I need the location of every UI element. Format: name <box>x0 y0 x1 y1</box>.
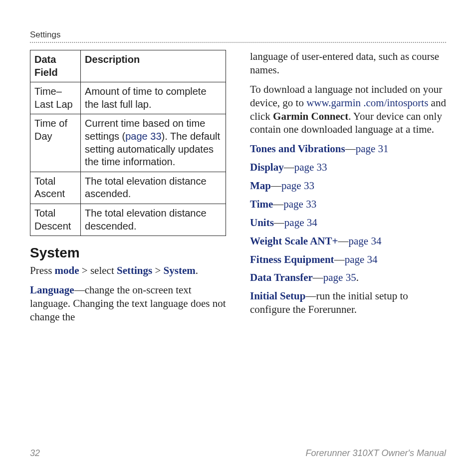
language-label: Language <box>30 284 74 296</box>
initial-setup-paragraph: Initial Setup—run the initial setup to c… <box>250 289 446 316</box>
table-cell-field: Time of Day <box>30 114 81 172</box>
page-footer: 32 Forerunner 310XT Owner's Manual <box>30 448 446 459</box>
table-cell-field: Time–Last Lap <box>30 82 81 114</box>
page-link[interactable]: page 35 <box>323 271 356 283</box>
manual-title: Forerunner 310XT Owner's Manual <box>305 448 446 459</box>
toc-fitness: Fitness Equipment—page 34 <box>250 253 446 266</box>
table-row: Time of Day Current time based on time s… <box>30 114 226 172</box>
table-row: Time–Last Lap Amount of time to complete… <box>30 82 226 114</box>
page-link[interactable]: page 33 <box>283 198 316 210</box>
toc-map: Map—page 33 <box>250 179 446 193</box>
download-paragraph: To download a language not included on y… <box>250 83 446 137</box>
page-link[interactable]: page 31 <box>356 143 389 155</box>
page-link[interactable]: page 33 <box>294 161 327 173</box>
table-header-desc: Description <box>81 50 226 82</box>
toc-units: Units—page 34 <box>250 216 446 230</box>
table-cell-desc: The total elevation distance descended. <box>81 204 226 236</box>
header-rule <box>30 42 446 43</box>
table-cell-field: Total Descent <box>30 204 81 236</box>
page-link[interactable]: page 34 <box>284 217 317 229</box>
page-link[interactable]: page 33 <box>281 180 314 192</box>
toc-weight: Weight Scale ANT+—page 34 <box>250 235 446 248</box>
system-breadcrumb: Press mode > select Settings > System. <box>30 264 226 277</box>
table-cell-desc: Current time based on time settings (pag… <box>81 114 226 172</box>
page-link[interactable]: page 34 <box>348 235 381 247</box>
system-label: System <box>164 264 196 276</box>
initial-setup-label: Initial Setup <box>250 290 305 302</box>
language-paragraph-2: language of user-entered data, such as c… <box>250 50 446 77</box>
table-cell-desc: Amount of time to complete the last full… <box>81 82 226 114</box>
table-header-field: Data Field <box>30 50 81 82</box>
toc-time: Time—page 33 <box>250 198 446 211</box>
toc-data-transfer: Data Transfer—page 35. <box>250 271 446 284</box>
table-row: Total Descent The total elevation distan… <box>30 204 226 236</box>
page-link[interactable]: page 33 <box>125 131 161 142</box>
page-number: 32 <box>30 448 40 459</box>
toc-tones: Tones and Vibrations—page 31 <box>250 142 446 156</box>
header-section-label: Settings <box>30 30 446 40</box>
table-cell-field: Total Ascent <box>30 172 81 204</box>
system-heading: System <box>30 244 226 262</box>
mode-label: mode <box>55 264 79 276</box>
garmin-url-link[interactable]: www.garmin .com/intosports <box>306 97 428 109</box>
settings-label: Settings <box>117 264 152 276</box>
garmin-connect-label: Garmin Connect <box>273 110 348 122</box>
page-link[interactable]: page 34 <box>345 253 378 265</box>
right-column: language of user-entered data, such as c… <box>250 50 446 329</box>
left-column: Data Field Description Time–Last Lap Amo… <box>30 50 226 329</box>
toc-display: Display—page 33 <box>250 161 446 174</box>
data-field-table: Data Field Description Time–Last Lap Amo… <box>30 50 226 236</box>
language-paragraph-1: Language—change the on-screen text langu… <box>30 283 226 324</box>
table-row: Total Ascent The total elevation distanc… <box>30 172 226 204</box>
table-cell-desc: The total elevation distance ascended. <box>81 172 226 204</box>
